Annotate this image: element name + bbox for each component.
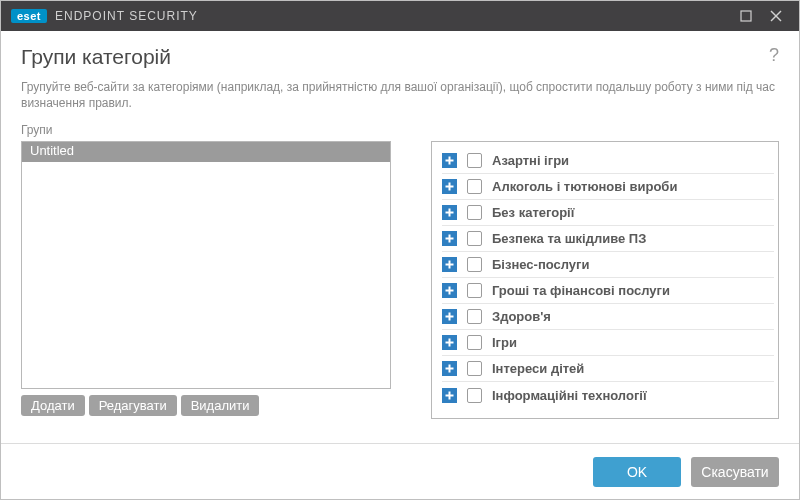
category-label: Інтереси дітей xyxy=(492,361,584,376)
category-checkbox[interactable] xyxy=(467,205,482,220)
categories-pane[interactable]: Азартні ігриАлкоголь і тютюнові виробиБе… xyxy=(431,141,779,419)
cancel-button[interactable]: Скасувати xyxy=(691,457,779,487)
category-row: Інформаційні технології xyxy=(442,382,774,408)
category-row: Здоров'я xyxy=(442,304,774,330)
expand-icon[interactable] xyxy=(442,179,457,194)
expand-icon[interactable] xyxy=(442,231,457,246)
groups-pane: Untitled Додати Редагувати Видалити xyxy=(21,141,391,419)
brand-logo: eset xyxy=(11,9,47,23)
expand-icon[interactable] xyxy=(442,257,457,272)
expand-icon[interactable] xyxy=(442,283,457,298)
page-description: Групуйте веб-сайти за категоріями (напри… xyxy=(21,79,779,111)
ok-button[interactable]: OK xyxy=(593,457,681,487)
expand-icon[interactable] xyxy=(442,335,457,350)
category-label: Гроші та фінансові послуги xyxy=(492,283,670,298)
group-actions: Додати Редагувати Видалити xyxy=(21,395,391,416)
expand-icon[interactable] xyxy=(442,153,457,168)
add-group-button[interactable]: Додати xyxy=(21,395,85,416)
category-row: Інтереси дітей xyxy=(442,356,774,382)
expand-icon[interactable] xyxy=(442,205,457,220)
minimize-button[interactable] xyxy=(731,6,761,26)
close-button[interactable] xyxy=(761,6,791,26)
content-area: Групи категорій ? Групуйте веб-сайти за … xyxy=(1,31,799,443)
category-label: Алкоголь і тютюнові вироби xyxy=(492,179,677,194)
expand-icon[interactable] xyxy=(442,388,457,403)
group-item[interactable]: Untitled xyxy=(22,142,390,162)
category-checkbox[interactable] xyxy=(467,335,482,350)
close-icon xyxy=(770,10,782,22)
category-label: Здоров'я xyxy=(492,309,551,324)
page-title: Групи категорій xyxy=(21,45,171,69)
help-button[interactable]: ? xyxy=(769,45,779,66)
category-label: Бізнес-послуги xyxy=(492,257,589,272)
footer: OK Скасувати xyxy=(1,443,799,499)
category-row: Азартні ігри xyxy=(442,148,774,174)
category-label: Азартні ігри xyxy=(492,153,569,168)
category-checkbox[interactable] xyxy=(467,257,482,272)
minimize-icon xyxy=(740,10,752,22)
titlebar: eset ENDPOINT SECURITY xyxy=(1,1,799,31)
category-checkbox[interactable] xyxy=(467,388,482,403)
header-row: Групи категорій ? xyxy=(21,45,779,69)
category-row: Безпека та шкідливе ПЗ xyxy=(442,226,774,252)
category-checkbox[interactable] xyxy=(467,361,482,376)
expand-icon[interactable] xyxy=(442,309,457,324)
edit-group-button[interactable]: Редагувати xyxy=(89,395,177,416)
category-row: Ігри xyxy=(442,330,774,356)
category-row: Алкоголь і тютюнові вироби xyxy=(442,174,774,200)
groups-label: Групи xyxy=(21,123,779,137)
category-checkbox[interactable] xyxy=(467,283,482,298)
category-checkbox[interactable] xyxy=(467,231,482,246)
groups-list[interactable]: Untitled xyxy=(21,141,391,389)
category-row: Без категорії xyxy=(442,200,774,226)
product-name: ENDPOINT SECURITY xyxy=(55,9,198,23)
category-row: Бізнес-послуги xyxy=(442,252,774,278)
category-row: Гроші та фінансові послуги xyxy=(442,278,774,304)
delete-group-button[interactable]: Видалити xyxy=(181,395,260,416)
category-label: Ігри xyxy=(492,335,517,350)
category-checkbox[interactable] xyxy=(467,179,482,194)
expand-icon[interactable] xyxy=(442,361,457,376)
svg-rect-0 xyxy=(741,11,751,21)
category-label: Інформаційні технології xyxy=(492,388,647,403)
panes: Untitled Додати Редагувати Видалити Азар… xyxy=(21,141,779,419)
category-label: Без категорії xyxy=(492,205,574,220)
category-checkbox[interactable] xyxy=(467,153,482,168)
category-checkbox[interactable] xyxy=(467,309,482,324)
app-window: eset ENDPOINT SECURITY Групи категорій ?… xyxy=(0,0,800,500)
category-label: Безпека та шкідливе ПЗ xyxy=(492,231,646,246)
